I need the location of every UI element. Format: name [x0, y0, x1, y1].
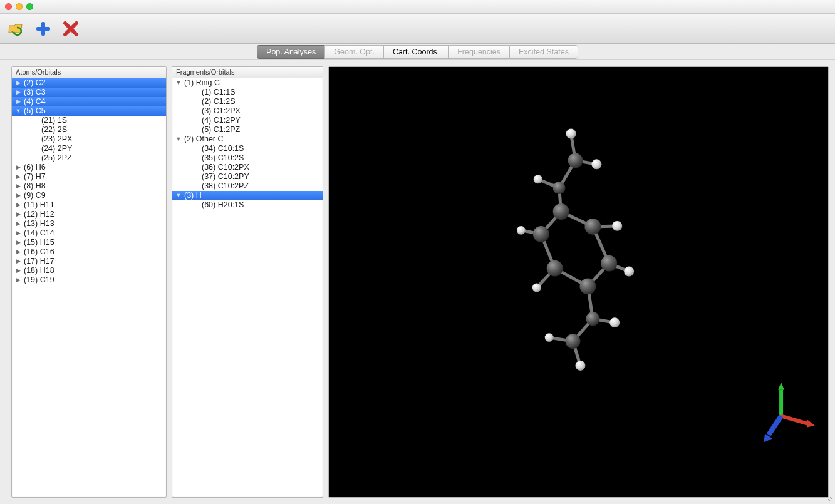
tab-pop-analyses[interactable]: Pop. Analyses: [257, 45, 324, 59]
svg-point-24: [591, 159, 601, 169]
chevron-right-icon[interactable]: ▶: [14, 249, 22, 256]
tree-row[interactable]: (2) C1:2S: [172, 97, 323, 106]
tree-row[interactable]: ▶(17) H17: [12, 257, 166, 266]
chevron-right-icon[interactable]: ▶: [14, 267, 22, 275]
tree-row[interactable]: ▶(4) C4: [12, 97, 166, 106]
tree-row[interactable]: (23) 2PX: [12, 135, 166, 144]
chevron-right-icon[interactable]: ▶: [14, 183, 22, 190]
tree-row[interactable]: (60) H20:1S: [172, 200, 323, 210]
chevron-right-icon[interactable]: ▶: [14, 98, 22, 106]
tab-frequencies[interactable]: Frequencies: [448, 45, 509, 59]
spacer-icon: [192, 155, 200, 162]
tab-label: Pop. Analyses: [266, 48, 316, 56]
atoms-tree[interactable]: ▶(2) C2▶(3) C3▶(4) C4▼(5) C5(21) 1S(22) …: [12, 78, 166, 497]
tab-label: Geom. Opt.: [334, 48, 375, 56]
chevron-down-icon[interactable]: ▼: [175, 80, 182, 87]
spacer-icon: [192, 126, 200, 134]
chevron-down-icon[interactable]: ▼: [14, 108, 22, 115]
tree-row-label: (3) H: [184, 191, 202, 200]
chevron-right-icon[interactable]: ▶: [14, 173, 22, 181]
tree-row[interactable]: (5) C1:2PZ: [172, 125, 323, 135]
tree-row-label: (2) C1:2S: [201, 97, 236, 106]
svg-point-23: [566, 129, 576, 139]
tree-row[interactable]: ▶(13) H13: [12, 219, 166, 229]
tree-row[interactable]: (35) C10:2S: [172, 153, 323, 163]
tree-row-label: (34) C10:1S: [201, 144, 244, 153]
tree-row-label: (16) C16: [23, 247, 54, 257]
tree-row[interactable]: ▶(16) C16: [12, 247, 166, 257]
tree-row[interactable]: ▶(8) H8: [12, 182, 166, 191]
remove-button[interactable]: [61, 19, 80, 38]
svg-point-27: [553, 203, 569, 220]
fragments-tree[interactable]: ▼(1) Ring C(1) C1:1S(2) C1:2S(3) C1:2PX(…: [172, 78, 323, 497]
tree-row[interactable]: ▼(5) C5: [12, 106, 166, 116]
svg-point-38: [609, 317, 620, 327]
tree-row[interactable]: (25) 2PZ: [12, 153, 166, 163]
svg-point-31: [612, 221, 622, 231]
tree-row[interactable]: (37) C10:2PY: [172, 172, 323, 182]
tree-row-label: (36) C10:2PX: [201, 163, 249, 172]
add-button[interactable]: [34, 19, 53, 38]
tree-row[interactable]: (36) C10:2PX: [172, 163, 323, 172]
spacer-icon: [192, 117, 200, 125]
chevron-down-icon[interactable]: ▼: [175, 192, 182, 200]
svg-point-25: [553, 182, 566, 194]
folder-arrow-icon: [7, 20, 24, 38]
tree-row[interactable]: (21) 1S: [12, 116, 166, 125]
tree-row[interactable]: ▼(3) H: [172, 191, 323, 200]
chevron-right-icon[interactable]: ▶: [14, 239, 22, 247]
svg-rect-1: [36, 27, 50, 31]
tree-row[interactable]: (34) C10:1S: [172, 144, 323, 153]
tree-row[interactable]: ▶(15) H15: [12, 238, 166, 247]
tab-excited-states[interactable]: Excited States: [509, 45, 578, 59]
tree-row[interactable]: ▶(12) H12: [12, 210, 166, 219]
tree-row[interactable]: (4) C1:2PY: [172, 116, 323, 125]
tree-row-label: (3) C1:2PX: [201, 106, 241, 116]
tree-row[interactable]: ▶(2) C2: [12, 78, 166, 88]
chevron-right-icon[interactable]: ▶: [14, 164, 22, 172]
tree-row[interactable]: ▼(2) Other C: [172, 135, 323, 144]
close-window-button[interactable]: [5, 3, 12, 10]
chevron-down-icon[interactable]: ▼: [175, 136, 182, 143]
tree-row-label: (15) H15: [23, 238, 54, 247]
tree-row[interactable]: ▶(19) C19: [12, 275, 166, 285]
tree-row[interactable]: ▶(18) H18: [12, 266, 166, 275]
spacer-icon: [32, 117, 39, 125]
tree-row[interactable]: (3) C1:2PX: [172, 106, 323, 116]
tree-row[interactable]: ▶(3) C3: [12, 88, 166, 97]
tree-row[interactable]: ▼(1) Ring C: [172, 78, 323, 88]
tree-row[interactable]: ▶(7) H7: [12, 172, 166, 182]
tree-row[interactable]: (24) 2PY: [12, 144, 166, 153]
tree-row[interactable]: (38) C10:2PZ: [172, 182, 323, 191]
spacer-icon: [32, 136, 39, 143]
svg-point-33: [532, 283, 541, 292]
minimize-window-button[interactable]: [16, 3, 23, 10]
chevron-right-icon[interactable]: ▶: [14, 277, 22, 284]
chevron-right-icon[interactable]: ▶: [14, 220, 22, 228]
molecule-viewport[interactable]: [329, 67, 828, 497]
tree-row-label: (23) 2PX: [41, 135, 72, 144]
chevron-right-icon[interactable]: ▶: [14, 202, 22, 209]
tree-row-label: (25) 2PZ: [41, 153, 72, 163]
chevron-right-icon[interactable]: ▶: [14, 230, 22, 237]
open-file-button[interactable]: [6, 19, 25, 38]
chevron-right-icon[interactable]: ▶: [14, 192, 22, 200]
chevron-right-icon[interactable]: ▶: [14, 211, 22, 219]
tree-row[interactable]: ▶(14) C14: [12, 229, 166, 238]
tab-geom-opt-[interactable]: Geom. Opt.: [324, 45, 383, 59]
resize-grip[interactable]: [824, 493, 833, 502]
tab-cart-coords-[interactable]: Cart. Coords.: [383, 45, 448, 59]
tree-row[interactable]: (1) C1:1S: [172, 88, 323, 97]
chevron-right-icon[interactable]: ▶: [14, 80, 22, 87]
zoom-window-button[interactable]: [26, 3, 33, 10]
chevron-right-icon[interactable]: ▶: [14, 258, 22, 265]
atoms-panel: Atoms/Orbitals ▶(2) C2▶(3) C3▶(4) C4▼(5)…: [11, 66, 167, 498]
tree-row[interactable]: (22) 2S: [12, 125, 166, 135]
tree-row[interactable]: ▶(9) C9: [12, 191, 166, 200]
tree-row[interactable]: ▶(6) H6: [12, 163, 166, 172]
tree-row-label: (5) C1:2PZ: [201, 125, 240, 135]
svg-point-30: [584, 219, 601, 235]
tree-row[interactable]: ▶(11) H11: [12, 200, 166, 210]
chevron-right-icon[interactable]: ▶: [14, 89, 22, 96]
svg-marker-43: [778, 383, 784, 390]
